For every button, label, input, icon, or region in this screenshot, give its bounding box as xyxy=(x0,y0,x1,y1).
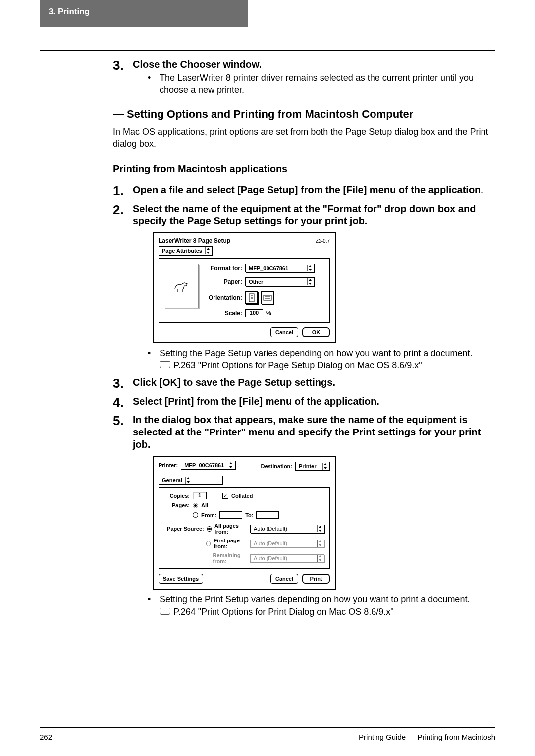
step-title: Select the name of the equipment at the … xyxy=(133,203,495,227)
print-button[interactable]: Print xyxy=(302,574,330,584)
step-title: Close the Chooser window. xyxy=(133,58,495,71)
section-heading: — Setting Options and Printing from Maci… xyxy=(113,108,495,121)
preview-icon xyxy=(164,264,199,308)
step-title: Open a file and select [Page Setup] from… xyxy=(133,184,495,196)
printer-select[interactable]: MFP_00C67861 xyxy=(181,461,235,470)
step-number: 4. xyxy=(113,395,133,410)
pages-from-label: From: xyxy=(201,512,216,518)
svg-rect-0 xyxy=(249,294,254,302)
step-number: 1. xyxy=(113,184,133,199)
step-number: 3. xyxy=(113,377,133,391)
cancel-button[interactable]: Cancel xyxy=(270,327,298,337)
orientation-portrait-button[interactable] xyxy=(245,291,258,304)
prev-step-3: 3. Close the Chooser window. • The Laser… xyxy=(113,58,495,96)
all-pages-from-select[interactable]: Auto (Default) xyxy=(250,525,324,533)
reference-link: P.264 "Print Options for Print Dialog on… xyxy=(133,606,495,618)
step-2: 2. Select the name of the equipment at t… xyxy=(113,203,495,372)
step-number: 2. xyxy=(113,203,133,372)
chapter-header: 3. Printing xyxy=(40,0,248,27)
save-settings-button[interactable]: Save Settings xyxy=(159,574,203,584)
step-5: 5. In the dialog box that appears, make … xyxy=(113,414,495,618)
subsection-heading: Printing from Macintosh applications xyxy=(113,163,495,175)
step-3: 3. Click [OK] to save the Page Setup set… xyxy=(113,377,495,391)
ok-button[interactable]: OK xyxy=(302,327,330,337)
step-bullet: • Setting the Print Setup varies dependi… xyxy=(133,594,495,605)
print-panel-select[interactable]: General xyxy=(159,476,223,485)
pages-from-radio[interactable] xyxy=(193,512,198,518)
orientation-landscape-button[interactable] xyxy=(261,291,274,304)
destination-label: Destination: xyxy=(261,463,292,469)
pages-to-label: To: xyxy=(245,512,253,518)
copies-input[interactable]: 1 xyxy=(193,492,207,499)
section-intro: In Mac OS applications, print options ar… xyxy=(113,126,495,150)
panel-select[interactable]: Page Attributes xyxy=(159,246,213,255)
print-dialog: Printer: MFP_00C67861 Z2-0.7 Destination… xyxy=(153,456,336,590)
page-setup-dialog: LaserWriter 8 Page Setup Z2-0.7 Page Att… xyxy=(153,232,336,343)
book-icon xyxy=(160,360,170,368)
first-page-from-label: First page from: xyxy=(214,538,247,549)
scale-unit: % xyxy=(266,310,271,317)
remaining-from-select: Auto (Default) xyxy=(250,554,324,563)
step-1: 1. Open a file and select [Page Setup] f… xyxy=(113,184,495,199)
pages-to-input[interactable] xyxy=(256,511,279,519)
paper-source-label: Paper Source: xyxy=(164,526,204,532)
step-number: 3. xyxy=(113,58,133,96)
top-rule xyxy=(40,50,495,51)
step-4: 4. Select [Print] from the [File] menu o… xyxy=(113,395,495,410)
print-dialog-body: Copies: 1 ✓ Collated Pages: All xyxy=(159,487,330,569)
dialog-title: LaserWriter 8 Page Setup xyxy=(159,237,230,244)
collated-checkbox[interactable]: ✓ xyxy=(222,493,228,499)
page-footer: 262 Printing Guide — Printing from Macin… xyxy=(40,727,495,741)
format-for-select[interactable]: MFP_00C67861 xyxy=(245,264,315,272)
all-pages-from-label: All pages from: xyxy=(214,523,247,535)
scale-input[interactable]: 100 xyxy=(245,309,263,317)
first-page-from-select: Auto (Default) xyxy=(250,540,324,548)
paper-label: Paper: xyxy=(205,278,242,285)
pages-all-radio[interactable] xyxy=(193,503,198,508)
pages-from-input[interactable] xyxy=(219,511,242,519)
dialog-version: Z2-0.7 xyxy=(316,238,330,244)
remaining-from-label: Remaining from: xyxy=(213,552,247,564)
page-number: 262 xyxy=(40,733,52,741)
pages-label: Pages: xyxy=(164,502,190,508)
printer-label: Printer: xyxy=(159,462,178,468)
step-title: Click [OK] to save the Page Setup settin… xyxy=(133,377,495,389)
cancel-button[interactable]: Cancel xyxy=(270,574,298,584)
svg-rect-1 xyxy=(264,295,271,300)
step-bullet: • Setting the Page Setup varies dependin… xyxy=(133,347,495,359)
paper-select[interactable]: Other xyxy=(245,277,315,286)
scale-label: Scale: xyxy=(205,310,242,317)
format-for-label: Format for: xyxy=(205,265,242,271)
footer-title: Printing Guide — Printing from Macintosh xyxy=(359,733,495,741)
reference-link: P.263 "Print Options for Page Setup Dial… xyxy=(133,359,495,371)
all-pages-from-radio[interactable] xyxy=(207,526,212,532)
orientation-label: Orientation: xyxy=(205,294,242,301)
step-title: In the dialog box that appears, make sur… xyxy=(133,414,495,451)
step-bullet: • The LaserWriter 8 printer driver remai… xyxy=(133,72,495,96)
collated-label: Collated xyxy=(231,493,253,499)
pages-all-label: All xyxy=(201,502,208,508)
dialog-body: Format for: MFP_00C67861 Paper: Other xyxy=(159,258,330,323)
copies-label: Copies: xyxy=(164,493,190,499)
step-number: 5. xyxy=(113,414,133,618)
destination-select[interactable]: Printer xyxy=(295,462,330,471)
step-title: Select [Print] from the [File] menu of t… xyxy=(133,395,495,408)
page-content: 3. Close the Chooser window. • The Laser… xyxy=(113,58,495,621)
first-page-from-radio[interactable] xyxy=(206,541,211,546)
book-icon xyxy=(160,607,170,615)
